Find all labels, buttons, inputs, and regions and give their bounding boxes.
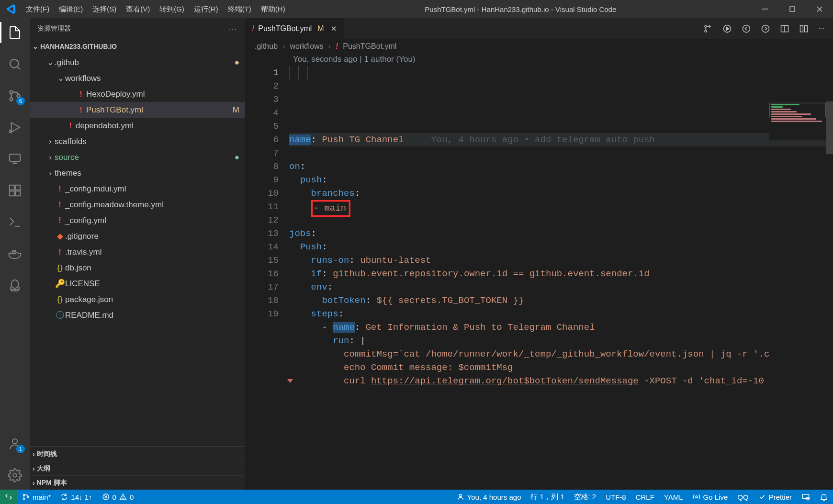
run-debug-icon[interactable] [0, 117, 30, 138]
go-live-button[interactable]: Go Live [688, 490, 733, 504]
code-line[interactable]: run: | [289, 334, 833, 347]
code-area[interactable]: name: Push TG Channel You, 4 hours ago •… [289, 66, 833, 490]
terminal-panel-icon[interactable] [0, 212, 30, 233]
menu-item[interactable]: 选择(S) [88, 5, 121, 14]
editor-scrollbar[interactable] [826, 101, 833, 490]
file-item[interactable]: !.travis.yml [30, 244, 245, 260]
code-line[interactable]: echo Commit message: $commitMsg [289, 361, 833, 374]
folder-item[interactable]: ›source● [30, 149, 245, 165]
sidebar-section-header[interactable]: › 时间线 [30, 447, 245, 461]
sidebar-more-icon[interactable]: ··· [229, 25, 237, 33]
notifications-bell-icon[interactable] [815, 490, 833, 504]
qq-status-button[interactable]: QQ [732, 490, 753, 504]
toggle-preview-icon[interactable] [780, 24, 789, 34]
folder-item[interactable]: ›scaffolds [30, 134, 245, 149]
language-mode-button[interactable]: YAML [659, 490, 688, 504]
code-line[interactable]: curl https://api.telegram.org/bot$botTok… [289, 374, 833, 388]
search-icon[interactable] [0, 54, 30, 75]
breadcrumb-item[interactable]: .github [255, 42, 278, 51]
indentation-button[interactable]: 空格: 2 [569, 490, 601, 504]
split-editor-icon[interactable] [799, 24, 809, 34]
code-line[interactable]: steps: [289, 307, 833, 321]
nav-forward-icon[interactable] [761, 24, 770, 34]
code-line[interactable]: commitMsg=`cat /home/runner/work/_temp/_… [289, 347, 833, 361]
code-line[interactable]: jobs: [289, 227, 833, 240]
git-sync-button[interactable]: 14↓ 1↑ [56, 490, 97, 504]
file-item[interactable]: !_config.mdui.yml [30, 181, 245, 197]
line-number: 5 [245, 120, 279, 133]
folder-item[interactable]: ⌄.github● [30, 55, 245, 70]
file-item[interactable]: ⓘREADME.md [30, 307, 245, 323]
compare-changes-icon[interactable] [703, 24, 713, 34]
tab-pushtgbot[interactable]: ! PushTGBot.yml M ✕ [245, 18, 344, 39]
cursor-position-button[interactable]: 行 1，列 1 [526, 490, 569, 504]
feedback-tweet-icon[interactable] [797, 490, 815, 504]
run-icon[interactable] [722, 24, 732, 34]
problems-button[interactable]: 0 0 [97, 490, 139, 504]
maximize-button[interactable] [778, 0, 806, 18]
breadcrumb-item[interactable]: workflows [290, 42, 323, 51]
code-line[interactable]: runs-on: ubuntu-latest [289, 254, 833, 267]
file-item[interactable]: 🔑LICENSE [30, 276, 245, 291]
source-control-icon[interactable]: 6 [0, 85, 30, 106]
eol-button[interactable]: CRLF [631, 490, 659, 504]
minimap[interactable] [769, 102, 826, 141]
menu-item[interactable]: 查看(V) [121, 5, 155, 14]
code-line[interactable]: - name: Get Information & Push to Telegr… [289, 321, 833, 334]
folder-item[interactable]: ⌄workflows [30, 70, 245, 86]
remote-explorer-icon[interactable] [0, 148, 30, 169]
docker-icon[interactable] [0, 243, 30, 264]
line-number-gutter: 12345678910111213141516171819 [245, 66, 289, 490]
accounts-icon[interactable]: 1 [0, 433, 30, 454]
menu-item[interactable]: 转到(G) [155, 5, 189, 14]
file-item[interactable]: !PushTGBot.ymlM [30, 102, 245, 118]
gitlens-codelens[interactable]: You, seconds ago | 1 author (You) [245, 54, 833, 66]
code-line[interactable]: name: Push TG Channel You, 4 hours ago •… [289, 133, 833, 146]
line-number: 3 [245, 93, 279, 106]
code-line[interactable]: push: [289, 173, 833, 187]
breadcrumbs[interactable]: .github › workflows › ! PushTGBot.yml [245, 39, 833, 54]
close-button[interactable] [806, 0, 833, 18]
code-line[interactable]: Push: [289, 240, 833, 254]
code-line[interactable]: botToken: ${{ secrets.TG_BOT_TOKEN }} [289, 294, 833, 307]
qq-icon[interactable] [0, 275, 30, 296]
code-line[interactable]: - main [289, 200, 833, 213]
file-item[interactable]: !_config.yml [30, 213, 245, 228]
code-editor[interactable]: 12345678910111213141516171819 name: Push… [245, 66, 833, 490]
tab-close-icon[interactable]: ✕ [328, 24, 337, 33]
workspace-folder-header[interactable]: ⌄ HANHAN233.GITHUB.IO [30, 39, 245, 54]
minimize-button[interactable] [751, 0, 778, 18]
menu-item[interactable]: 编辑(E) [54, 5, 88, 14]
code-line[interactable] [289, 213, 833, 227]
code-line[interactable] [289, 146, 833, 160]
sidebar-section-header[interactable]: › 大纲 [30, 461, 245, 475]
settings-gear-icon[interactable] [0, 465, 30, 486]
breadcrumb-item[interactable]: PushTGBot.yml [343, 42, 396, 51]
extensions-icon[interactable] [0, 180, 30, 201]
encoding-button[interactable]: UTF-8 [601, 490, 631, 504]
prettier-button[interactable]: Prettier [754, 490, 797, 504]
menu-item[interactable]: 帮助(H) [256, 5, 290, 14]
code-line[interactable]: env: [289, 280, 833, 294]
folder-item[interactable]: ›themes [30, 165, 245, 181]
gitlens-blame-button[interactable]: You, 4 hours ago [452, 490, 526, 504]
file-item[interactable]: !HexoDeploy.yml [30, 86, 245, 102]
file-item[interactable]: ◆.gitignore [30, 228, 245, 244]
code-line[interactable]: on: [289, 160, 833, 173]
git-branch-button[interactable]: main* [17, 490, 56, 504]
file-item[interactable]: {}db.json [30, 260, 245, 276]
menu-item[interactable]: 终端(T) [223, 5, 256, 14]
menu-item[interactable]: 文件(F) [21, 5, 54, 14]
menu-item[interactable]: 运行(R) [189, 5, 223, 14]
editor-more-icon[interactable]: ··· [818, 24, 824, 34]
code-line[interactable]: if: github.event.repository.owner.id == … [289, 267, 833, 280]
file-item[interactable]: {}package.json [30, 291, 245, 307]
file-item[interactable]: !dependabot.yml [30, 118, 245, 134]
file-item[interactable]: !_config.meadow.theme.yml [30, 197, 245, 213]
code-line[interactable]: branches: [289, 187, 833, 200]
explorer-icon[interactable] [0, 22, 30, 43]
svg-point-26 [13, 473, 17, 477]
sidebar-section-header[interactable]: › NPM 脚本 [30, 475, 245, 490]
nav-back-icon[interactable] [742, 24, 751, 34]
remote-button[interactable] [0, 490, 17, 504]
